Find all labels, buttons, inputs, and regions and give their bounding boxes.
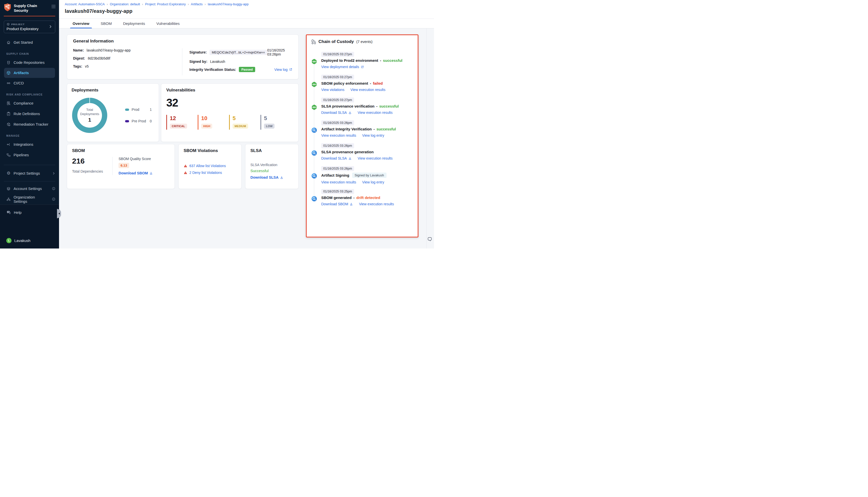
event-link[interactable]: Download SLSA [321,156,352,160]
card-title: General Information [73,39,292,44]
download-sbom-link[interactable]: Download SBOM [118,171,153,175]
chat-support-icon[interactable] [427,237,433,242]
field-value: Lavakush [210,59,225,63]
sidebar-item-compliance[interactable]: Compliance [0,98,59,109]
event-link[interactable]: View execution results [321,180,356,184]
legend-item-prod: Prod 1 [125,108,152,112]
warning-icon [184,164,187,168]
legend-label: Pre Prod [132,119,146,123]
allow-list-violations-link[interactable]: 637 Allow list Violations [189,164,226,168]
event-link[interactable]: Download SLSA [321,111,352,115]
legend-value: 1 [150,108,152,112]
sbom-violations-card: SBOM Violations 637 Allow list Violation… [178,144,242,189]
breadcrumb-link[interactable]: lavakush07/easy-buggy-app [208,2,249,6]
event-link[interactable]: View log entry [362,180,384,184]
sbom-quality-score-label: SBOM Quality Score [118,157,153,161]
field-label: Digest: [73,56,85,60]
sidebar-item-code-repositories[interactable]: </> Code Repositories [0,57,59,68]
donut-center-label: TotalDeployments [80,108,99,116]
event-timestamp: 01/16/2025 03:27pm [321,52,354,57]
sidebar-item-cicd[interactable]: CI/CD [0,78,59,88]
hierarchy-icon [311,39,316,44]
external-link-icon [289,68,292,71]
slsa-card: SLSA SLSA Verification Successful Downlo… [245,144,299,189]
chevron-right-icon [48,25,53,29]
view-log-link[interactable]: View log [274,68,292,72]
project-eyebrow-label: PROJECT [11,23,25,26]
sidebar-item-integrations[interactable]: Integrations [0,139,59,150]
event-link[interactable]: View execution results [358,111,393,115]
sidebar-item-organization-settings[interactable]: Organization Settings [0,194,59,204]
pipeline-run-icon [311,104,317,110]
app-grid-icon[interactable] [52,4,56,9]
cube-icon [6,23,10,26]
tab-overview[interactable]: Overview [70,19,92,28]
org-gear-icon [6,197,11,201]
total-deployments-value: 1 [88,117,91,123]
deny-list-violations-link[interactable]: 2 Deny list Violations [189,171,222,175]
sidebar-item-get-started[interactable]: Get Started [0,37,59,48]
chain-event: 01/16/2025 03:27pmSBOM policy enforcemen… [311,75,414,93]
event-link[interactable]: View execution results [350,88,385,92]
event-link[interactable]: Download SBOM [321,202,353,206]
field-label: Integrity Verification Status: [189,68,236,72]
event-timestamp: 01/16/2025 03:26pm [321,166,354,171]
chain-event: 01/16/2025 03:26pmSLSA provenance genera… [311,143,414,161]
help-button[interactable]: ? Help [6,207,56,217]
vulnerabilities-card: Vulnerabilities 32 12 CRITICAL 10 HIGH 5 [161,83,299,142]
severity-badge: MEDIUM [233,124,248,129]
field-label: Signed by: [189,59,207,63]
event-link[interactable]: View execution results [359,202,394,206]
pipeline-run-icon [311,81,317,87]
breadcrumb-link[interactable]: Organization: default [110,2,140,6]
sidebar-item-pipelines[interactable]: Pipelines [0,150,59,160]
sidebar-footer: ? Help L Lavakush [0,204,59,248]
user-name: Lavakush [14,239,30,243]
pre-prod-swatch [125,120,129,122]
event-dash: - [353,196,355,200]
document-search-icon [6,101,11,105]
divider [112,157,113,175]
legend-label: Prod [132,108,140,112]
breadcrumb-link[interactable]: Account: Automation-SSCA [65,2,105,6]
event-status: successful [376,127,396,131]
chain-event: 01/16/2025 03:25pmSBOM generated-drift d… [311,189,414,207]
project-selector[interactable]: PROJECT Product Exploratory [4,20,55,33]
signature-value-chip[interactable]: MEQCICde2VjIT...bL+2+mqnOXw== [209,50,267,55]
event-dash: - [380,58,381,62]
sidebar-item-artifacts[interactable]: Artifacts [4,68,55,78]
event-link[interactable]: View violations [321,88,344,92]
field-value: v5 [85,64,89,68]
sidebar-item-rule-definitions[interactable]: Rule Definitions [0,109,59,119]
share-icon [6,142,11,147]
user-menu[interactable]: L Lavakush [6,236,56,245]
sidebar-item-label: Rule Definitions [14,112,40,116]
event-link[interactable]: View execution results [321,133,356,138]
repository-icon: </> [6,60,11,65]
tab-deployments[interactable]: Deployments [120,19,148,28]
box-edit-icon [6,122,11,127]
chat-help-icon: ? [6,210,11,215]
sidebar-item-label: Artifacts [14,71,29,75]
sidebar-item-account-settings[interactable]: Account Settings [0,183,59,194]
right-rail-divider [426,28,427,248]
download-slsa-link[interactable]: Download SLSA [250,175,293,180]
breadcrumb-link[interactable]: Artifacts [191,2,203,6]
sidebar-item-label: Organization Settings [14,195,49,203]
event-link[interactable]: View log entry [362,133,384,138]
tab-sbom[interactable]: SBOM [98,19,114,28]
digest-row: Digest: 8d23bd3b5d8f [73,56,182,60]
breadcrumb-link[interactable]: Project: Product Exploratory [145,2,186,6]
event-dash: - [376,104,377,108]
field-value: lavakush07/easy-buggy-app [87,48,131,52]
divider [4,165,55,165]
sidebar-item-project-settings[interactable]: ⚙ Project Settings [0,168,59,179]
event-link[interactable]: View deployment details [321,65,364,69]
tags-row: Tags: v5 [73,64,182,68]
sidebar-item-remediation-tracker[interactable]: Remediation Tracker [0,119,59,130]
field-label: Name: [73,48,84,52]
event-dash: - [374,127,375,131]
download-icon [348,157,352,160]
tab-vulnerabilities[interactable]: Vulnerabilities [154,19,182,28]
event-link[interactable]: View execution results [358,156,393,160]
